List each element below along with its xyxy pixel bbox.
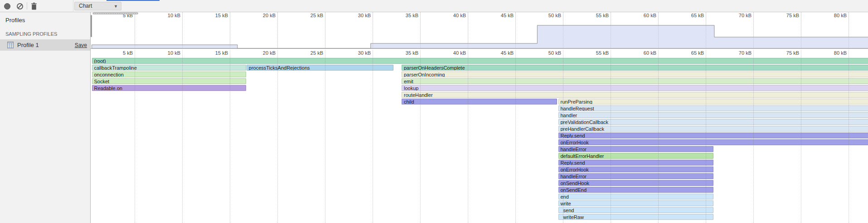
flame-bar-onsendend[interactable]: onSendEnd [558,187,713,193]
flame-bar-prevalidationcallback[interactable]: preValidationCallback [558,119,868,125]
flame-bar-reply-send[interactable]: Reply.send [558,133,868,138]
flame-tick-label: 80 kB [834,50,847,56]
flame-ruler-gridline [658,50,659,56]
flame-bar-lookup[interactable]: lookup [402,85,868,91]
overview-gridline-dotted [182,12,183,48]
overview-gridline-dotted [468,12,468,48]
flame-gridline [373,56,373,223]
save-profile-link[interactable]: Save [75,42,87,48]
profile-icon [7,41,15,50]
flame-bar-socket[interactable]: Socket [92,78,246,84]
flame-ruler-gridline [230,50,230,56]
flame-bar-handler[interactable]: handler [558,112,868,118]
flame-chart[interactable]: (root)callbackTrampolineprocessTicksAndR… [91,56,868,223]
overview-tick-label: 20 kB [263,13,276,18]
flame-gridline [277,56,278,223]
flame-bar-parseronheaderscomplete[interactable]: parserOnHeadersComplete [402,65,868,71]
flame-gridline [849,56,849,223]
flame-bar-readable-on[interactable]: Readable.on [92,85,246,91]
flame-bar-defaulterrorhandler[interactable]: defaultErrorHandler [558,153,713,159]
flame-gridline [325,56,325,223]
record-button[interactable] [4,3,10,9]
flame-tick-label: 40 kB [453,50,466,56]
flame-gridline [611,56,611,223]
flame-tick-label: 60 kB [644,50,656,56]
overview-tick-label: 50 kB [548,13,561,18]
flame-bar-handlerequest[interactable]: handleRequest [558,105,868,111]
flame-ruler-gridline [849,50,849,56]
overview-gridline-dotted [658,12,659,48]
overview-gridline-dotted [325,12,325,48]
overview-gridline-dotted [849,12,849,48]
flame-bar-onconnection[interactable]: onconnection [92,71,246,77]
flame-bar-prehandlercallback[interactable]: preHandlerCallback [558,126,868,132]
flame-ruler-gridline [706,50,706,56]
flame-tick-label: 20 kB [263,50,276,56]
flame-bar-child[interactable]: child [402,99,557,104]
flame-tick-label: 50 kB [548,50,561,56]
overview-tick-label: 70 kB [739,13,752,18]
overview-horizontal-scrollbar[interactable] [92,12,138,14]
flame-bar-onsendhook[interactable]: onSendHook [558,180,713,186]
flame-tick-label: 65 kB [691,50,704,56]
flame-gridline [182,56,183,223]
flame-gridline [515,56,516,223]
toolbar: Chart ▼ [0,0,868,12]
memory-overview-pane[interactable]: 5 kB10 kB15 kB20 kB25 kB30 kB35 kB40 kB4… [91,12,868,50]
flame-bar-root[interactable]: (root) [92,58,868,64]
flame-tick-label: 25 kB [310,50,323,56]
flame-bar-emit[interactable]: emit [402,78,868,84]
sidebar-title: Profiles [5,17,25,24]
overview-tick-label: 10 kB [168,13,180,18]
flame-bar-onerrorhook[interactable]: onErrorHook [558,166,713,172]
profile-name: Profile 1 [17,42,39,48]
flame-ruler-gridline [468,50,468,56]
flame-bar-send[interactable]: _send [558,207,713,213]
flame-bar-callbacktrampoline[interactable]: callbackTrampoline [92,65,246,71]
flame-gridline [658,56,659,223]
flame-bar-write[interactable]: write_ [558,200,713,206]
overview-tick-label: 30 kB [358,13,371,18]
overview-gridline-dotted [706,12,706,48]
flame-tick-label: 10 kB [168,50,180,56]
delete-profile-button[interactable] [30,2,38,10]
flame-bar-end[interactable]: end [558,194,713,199]
flame-tick-label: 70 kB [739,50,752,56]
flame-bar-routehandler[interactable]: routeHandler [402,92,868,98]
flame-bar-runpreparsing[interactable]: runPreParsing [558,99,868,104]
overview-gridline-dotted [753,12,754,48]
trash-icon [30,2,38,10]
flame-bar-handleerror[interactable]: handleError [558,146,713,152]
flame-ruler-gridline [420,50,421,56]
flame-bar-onerrorhook[interactable]: onErrorHook [558,139,868,145]
overview-tick-label: 75 kB [786,13,799,18]
flame-gridline [706,56,706,223]
flame-ruler-gridline [563,50,563,56]
flame-ruler-gridline [753,50,754,56]
toolbar-divider [73,0,73,12]
flame-gridline [420,56,421,223]
flame-bar-parseronincoming[interactable]: parserOnIncoming [402,71,868,77]
view-mode-value: Chart [79,3,92,9]
flame-ruler-gridline [277,50,278,56]
clear-icon[interactable] [17,3,23,9]
sidebar-item-profile-1[interactable]: Profile 1 Save [0,39,90,51]
active-tab-indicator [107,0,160,1]
flame-bar-reply-send[interactable]: Reply.send [558,160,713,166]
overview-gridline-dotted [420,12,421,48]
overview-tick-label: 65 kB [691,13,704,18]
flame-tick-label: 35 kB [406,50,418,56]
overview-vertical-scrollbar[interactable] [91,15,92,37]
chevron-down-icon: ▼ [114,3,118,10]
flame-ruler-gridline [325,50,325,56]
view-mode-select[interactable]: Chart ▼ [74,2,121,10]
flame-bar-writeraw[interactable]: _writeRaw [558,214,713,220]
flame-bar-handleerror[interactable]: handleError [558,173,713,179]
overview-gridline-dotted [277,12,278,48]
flame-gridline [563,56,563,223]
flame-gridline [468,56,468,223]
overview-baseline [91,48,868,49]
flame-bar-processticksandrejections[interactable]: processTicksAndRejections [247,65,394,71]
overview-gridline-dotted [373,12,373,48]
overview-gridline-dotted [515,12,516,48]
